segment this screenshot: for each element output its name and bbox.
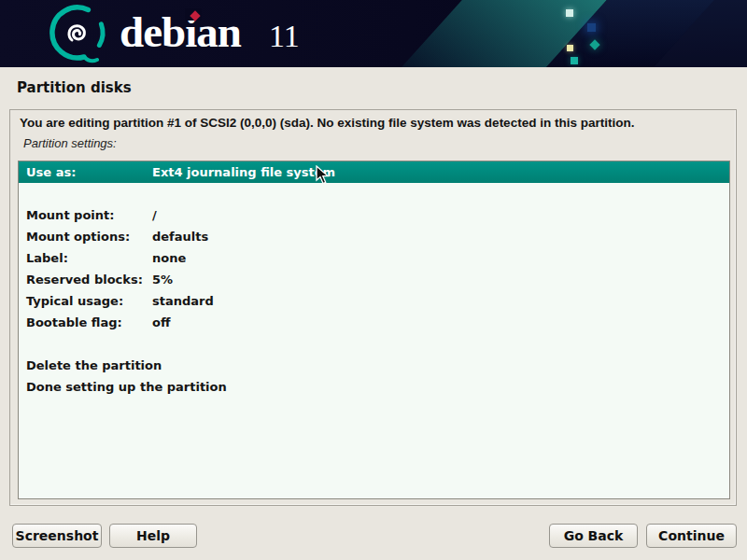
list-item[interactable]: Typical usage:standard: [19, 290, 729, 312]
partition-settings-label: Partition settings:: [23, 136, 117, 150]
list-item[interactable]: Bootable flag:off: [19, 312, 729, 333]
settings-list[interactable]: Use as:Ext4 journaling file systemMount …: [18, 161, 730, 499]
list-item-label: Mount options:: [26, 226, 130, 247]
list-item-label: Label:: [26, 247, 68, 269]
debian-banner: debian 11: [0, 0, 747, 67]
list-item-label: Typical usage:: [26, 290, 123, 312]
list-item-label: Done setting up the partition: [26, 376, 227, 398]
list-item[interactable]: Mount options:defaults: [19, 226, 729, 247]
list-item-label: Mount point:: [26, 204, 114, 226]
list-item-label: Use as:: [26, 161, 76, 183]
help-button[interactable]: Help: [109, 524, 197, 548]
list-item-label: Reserved blocks:: [26, 269, 143, 290]
installer-window: debian 11 Partition disks You are editin…: [0, 0, 747, 560]
list-item-value: standard: [152, 290, 214, 312]
banner-art-square: [587, 23, 596, 32]
list-spacer: [19, 183, 729, 204]
continue-button[interactable]: Continue: [646, 524, 737, 548]
list-item-label: Delete the partition: [26, 355, 162, 376]
list-item-value: none: [152, 247, 186, 269]
banner-art-square: [571, 57, 578, 64]
list-item-value: /: [152, 204, 157, 226]
list-item[interactable]: Label:none: [19, 247, 729, 269]
mouse-cursor-icon: [316, 165, 330, 185]
page-title: Partition disks: [17, 79, 132, 96]
list-item-label: Bootable flag:: [26, 312, 122, 333]
brand-version: 11: [269, 19, 300, 54]
list-item[interactable]: Delete the partition: [19, 355, 729, 376]
list-item-value: 5%: [152, 269, 173, 290]
list-item-value: defaults: [152, 226, 208, 247]
banner-art-square: [566, 9, 573, 17]
go-back-button[interactable]: Go Back: [549, 524, 638, 548]
list-item[interactable]: Done setting up the partition: [19, 376, 729, 398]
content-frame: You are editing partition #1 of SCSI2 (0…: [9, 109, 737, 506]
list-item-value: off: [152, 312, 170, 333]
list-item[interactable]: Use as:Ext4 journaling file system: [19, 161, 729, 183]
debian-swirl-icon: [43, 3, 112, 64]
info-message: You are editing partition #1 of SCSI2 (0…: [20, 116, 729, 130]
screenshot-button[interactable]: Screenshot: [12, 524, 102, 548]
list-item[interactable]: Mount point:/: [19, 204, 729, 226]
banner-art-square: [567, 45, 573, 51]
list-spacer: [19, 333, 729, 355]
brand-wordmark: debian: [120, 7, 241, 57]
list-item[interactable]: Reserved blocks:5%: [19, 269, 729, 290]
list-item-value: Ext4 journaling file system: [152, 161, 335, 183]
